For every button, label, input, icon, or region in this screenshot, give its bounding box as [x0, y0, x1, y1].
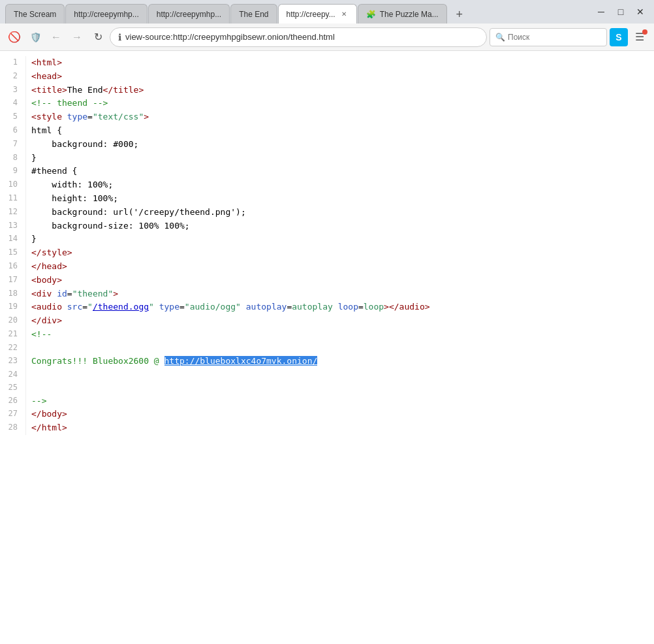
- line-number: 25: [0, 381, 26, 394]
- line-number: 22: [0, 342, 26, 355]
- source-line: 18<div id="theend">: [0, 287, 654, 301]
- line-number: 27: [0, 408, 26, 421]
- line-number: 23: [0, 355, 26, 368]
- line-content: }: [31, 152, 654, 165]
- source-line: 7 background: #000;: [0, 138, 654, 152]
- line-number: 9: [0, 165, 26, 178]
- line-number: 5: [0, 110, 26, 124]
- source-line: 22: [0, 342, 654, 355]
- source-line: 1<html>: [0, 56, 654, 70]
- source-line: 15</style>: [0, 246, 654, 260]
- shield-icon[interactable]: 🛡️: [26, 28, 44, 46]
- line-content: <!-- theend -->: [31, 97, 654, 110]
- nav-bar: 🚫 🛡️ ← → ↻ ℹ view-source:http://creepymh…: [0, 24, 654, 51]
- source-line: 21<!--: [0, 328, 654, 342]
- line-number: 2: [0, 70, 26, 84]
- line-content: <html>: [31, 56, 654, 70]
- minimize-button[interactable]: ─: [593, 5, 610, 19]
- line-number: 17: [0, 274, 26, 287]
- line-content: background: url('/creepy/theend.png');: [31, 206, 654, 219]
- line-content: #theend {: [31, 165, 654, 178]
- tab-creepy-2[interactable]: http://creepymhp...: [148, 4, 230, 24]
- line-number: 21: [0, 328, 26, 342]
- line-number: 26: [0, 394, 26, 408]
- line-content: <audio src="/theend.ogg" type="audio/ogg…: [31, 300, 654, 314]
- line-number: 28: [0, 421, 26, 435]
- tab-close-button[interactable]: ✕: [339, 10, 349, 19]
- source-line: 27</body>: [0, 408, 654, 421]
- address-text: view-source:http://creepymhpgibsewr.onio…: [125, 32, 478, 42]
- tab-creepy-active[interactable]: http://creepy... ✕: [278, 4, 357, 24]
- tab-label: http://creepymhp...: [157, 10, 221, 19]
- line-content: </style>: [31, 246, 654, 260]
- line-number: 3: [0, 84, 26, 97]
- tab-creepy-1[interactable]: http://creepymhp...: [65, 4, 147, 24]
- line-content: <div id="theend">: [31, 287, 654, 301]
- line-content: <!--: [31, 328, 654, 342]
- forward-button[interactable]: →: [68, 28, 86, 46]
- window-controls: ─ □ ✕: [593, 5, 649, 19]
- close-button[interactable]: ✕: [632, 5, 649, 19]
- maximize-button[interactable]: □: [612, 5, 629, 19]
- source-line: 24: [0, 368, 654, 381]
- line-content: }: [31, 233, 654, 246]
- info-icon[interactable]: ℹ: [118, 32, 121, 42]
- source-line: 19<audio src="/theend.ogg" type="audio/o…: [0, 300, 654, 314]
- line-number: 4: [0, 97, 26, 110]
- tabs-area: The Scream http://creepymhp... http://cr…: [5, 0, 587, 24]
- tab-the-scream[interactable]: The Scream: [5, 4, 65, 24]
- puzzle-favicon: 🧩: [366, 10, 376, 19]
- line-content: -->: [31, 394, 654, 408]
- source-line: 4<!-- theend -->: [0, 97, 654, 110]
- browser-window: The Scream http://creepymhp... http://cr…: [0, 0, 654, 644]
- source-line: 16</head>: [0, 260, 654, 274]
- source-line: 13 background-size: 100% 100%;: [0, 219, 654, 233]
- source-line: 8}: [0, 152, 654, 165]
- source-view: 1<html>2<head>3<title>The End</title>4<!…: [0, 51, 654, 644]
- source-line: 23Congrats!!! Bluebox2600 @ http://blueb…: [0, 355, 654, 368]
- skype-icon[interactable]: S: [610, 28, 628, 46]
- source-line: 20</div>: [0, 314, 654, 328]
- source-line: 10 width: 100%;: [0, 178, 654, 192]
- source-line: 9#theend {: [0, 165, 654, 178]
- search-input[interactable]: [508, 33, 606, 42]
- address-bar[interactable]: ℹ view-source:http://creepymhpgibsewr.on…: [110, 27, 487, 47]
- source-line: 14}: [0, 233, 654, 246]
- line-number: 15: [0, 246, 26, 260]
- source-line: 17<body>: [0, 274, 654, 287]
- line-number: 20: [0, 314, 26, 328]
- line-content: <title>The End</title>: [31, 84, 654, 97]
- line-content: width: 100%;: [31, 178, 654, 192]
- title-bar: The Scream http://creepymhp... http://cr…: [0, 0, 654, 24]
- search-area[interactable]: 🔍: [490, 28, 607, 46]
- source-lines-container: 1<html>2<head>3<title>The End</title>4<!…: [0, 56, 654, 435]
- source-line: 12 background: url('/creepy/theend.png')…: [0, 206, 654, 219]
- tab-puzzle[interactable]: 🧩 The Puzzle Ma...: [358, 4, 447, 24]
- source-line: 28</html>: [0, 421, 654, 435]
- search-icon: 🔍: [495, 33, 505, 42]
- line-content: background-size: 100% 100%;: [31, 219, 654, 233]
- menu-button[interactable]: ☰: [631, 28, 649, 46]
- notification-badge: [642, 29, 647, 35]
- line-number: 7: [0, 138, 26, 152]
- refresh-button[interactable]: ↻: [89, 28, 107, 46]
- tab-the-end[interactable]: The End: [230, 4, 277, 24]
- line-number: 11: [0, 192, 26, 206]
- line-number: 1: [0, 56, 26, 70]
- source-line: 5<style type="text/css">: [0, 110, 654, 124]
- line-number: 13: [0, 219, 26, 233]
- line-number: 24: [0, 368, 26, 381]
- line-content: html {: [31, 124, 654, 138]
- line-number: 10: [0, 178, 26, 192]
- new-tab-button[interactable]: +: [450, 5, 469, 24]
- line-content: background: #000;: [31, 138, 654, 152]
- source-line: 6html {: [0, 124, 654, 138]
- source-line: 25: [0, 381, 654, 394]
- line-content: </body>: [31, 408, 654, 421]
- back-button[interactable]: ←: [47, 28, 65, 46]
- line-number: 12: [0, 206, 26, 219]
- no-entry-icon: 🚫: [5, 28, 23, 46]
- line-content: <style type="text/css">: [31, 110, 654, 124]
- line-number: 8: [0, 152, 26, 165]
- line-number: 18: [0, 287, 26, 301]
